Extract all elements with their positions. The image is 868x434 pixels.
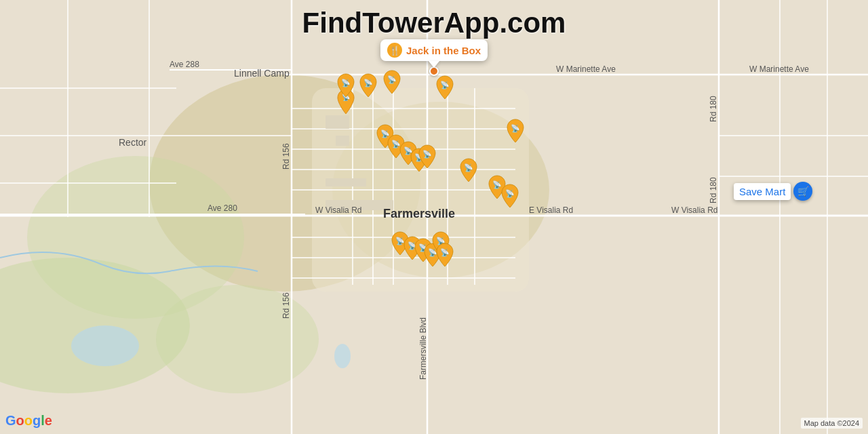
road-label-rd180-south: Rd 180	[709, 149, 718, 203]
svg-text:📡: 📡	[511, 123, 520, 133]
svg-text:📡: 📡	[440, 80, 450, 90]
jack-in-the-box-label: Jack in the Box	[406, 45, 481, 56]
svg-text:📡: 📡	[341, 78, 351, 87]
page-title: FindTowerApp.com	[302, 7, 566, 39]
svg-text:📡: 📡	[440, 248, 450, 257]
svg-rect-30	[336, 136, 349, 146]
svg-text:📡: 📡	[387, 75, 397, 84]
road-label-w-marinette-left: W Marinette Ave	[556, 64, 616, 74]
svg-text:📡: 📡	[363, 78, 373, 87]
road-label-e-visalia: E Visalia Rd	[529, 205, 573, 215]
road-label-ave288: Ave 288	[170, 60, 199, 69]
svg-text:📡: 📡	[505, 189, 515, 198]
tower-pin-t10[interactable]: 📡	[458, 157, 479, 183]
svg-text:📡: 📡	[422, 149, 432, 159]
road-label-rd156-north: Rd 156	[281, 115, 291, 170]
tower-pin-t4[interactable]: 📡	[434, 75, 456, 100]
svg-point-8	[334, 344, 351, 368]
road-label-farmersville-blvd: Farmersville Blvd	[418, 298, 428, 380]
save-mart-poi[interactable]: Save Mart 🛒	[734, 182, 812, 201]
road-label-rd156-south: Rd 156	[281, 264, 291, 319]
svg-text:📡: 📡	[464, 163, 473, 172]
tower-pin-t2[interactable]: 📡	[357, 73, 379, 98]
svg-point-5	[156, 285, 319, 393]
map-container: FindTowerApp.com Ave 288 Ave 280 Rd 156 …	[0, 0, 868, 434]
linnell-camp-label: Linnell Camp	[234, 68, 290, 79]
svg-rect-32	[326, 178, 366, 186]
road-label-ave280: Ave 280	[208, 203, 237, 213]
svg-point-7	[71, 326, 139, 366]
rector-label: Rector	[119, 137, 146, 148]
tower-pin-t9[interactable]: 📡	[416, 144, 438, 170]
svg-rect-29	[326, 115, 349, 129]
tower-pin-t19[interactable]: 📡	[434, 242, 456, 268]
road-label-w-visalia-left: W Visalia Rd	[315, 205, 361, 215]
save-mart-label: Save Mart	[734, 183, 791, 200]
tower-pin-t1[interactable]: 📡	[335, 73, 357, 98]
save-mart-cart-icon: 🛒	[793, 182, 812, 201]
road-label-rd180-north: Rd 180	[709, 68, 718, 122]
road-label-w-visalia-right: W Visalia Rd	[671, 205, 717, 215]
tower-pin-t11[interactable]: 📡	[505, 118, 526, 144]
road-label-w-marinette-right: W Marinette Ave	[749, 64, 809, 74]
jack-fork-icon: 🍴	[387, 43, 402, 58]
farmersville-label: Farmersville	[383, 207, 455, 221]
map-attribution: Map data ©2024	[801, 418, 863, 429]
google-logo: G o o g l e	[5, 413, 52, 429]
tower-pin-t13[interactable]: 📡	[499, 183, 521, 209]
jack-in-the-box-popup[interactable]: 🍴 Jack in the Box	[380, 39, 488, 76]
